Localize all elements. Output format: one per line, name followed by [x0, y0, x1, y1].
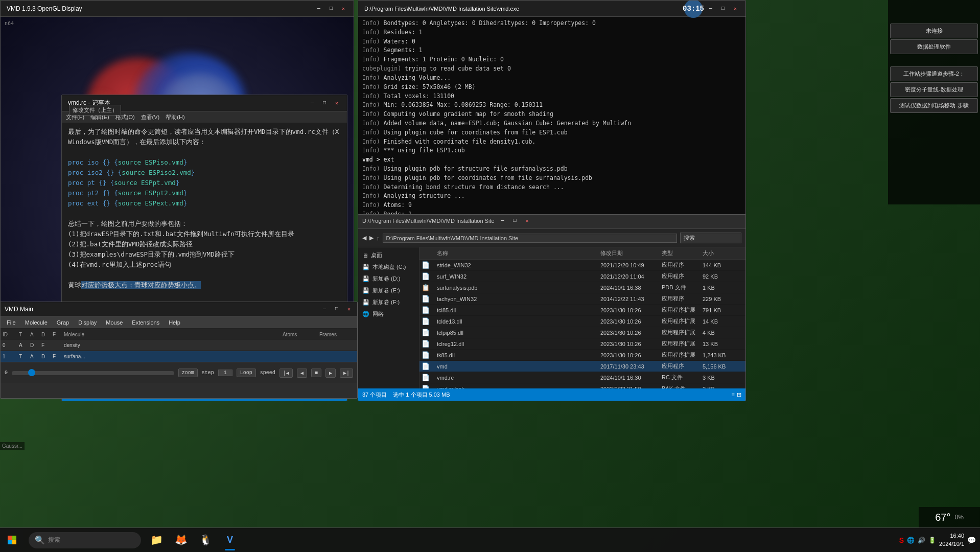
fm-maximize[interactable]: □ [511, 217, 519, 225]
taskbar-firefox[interactable]: 🦊 [170, 529, 192, 551]
menu-file[interactable]: File [3, 317, 20, 328]
file-row-vmdrcbak[interactable]: 📄vmd.rc.bak2023/9/23 21:50BAK 文件2 KB [419, 383, 745, 388]
taskbar-apps: 📁 🦊 🐧 V [145, 529, 895, 551]
vmd-main-close[interactable]: ✕ [345, 305, 353, 313]
prev-frame-btn[interactable]: |◀ [279, 369, 293, 378]
file-icon: 📄 [422, 374, 437, 381]
system-tray: S 🌐 🔊 🔋 16:40 2024/10/1 💬 [895, 532, 980, 548]
editor-line-11: (3)把examples\drawESP目录下的.vmd拖到VMD路径下 [68, 249, 341, 260]
menu-mouse[interactable]: Mouse [102, 317, 127, 328]
file-icon: 📄 [422, 362, 437, 370]
next-frame-btn[interactable]: ▶| [340, 369, 353, 378]
taskbar-app-3[interactable]: 🐧 [194, 529, 217, 551]
term-line-6: cubeplugin) trying to read cube data set… [362, 64, 741, 74]
fm-close[interactable]: ✕ [523, 217, 531, 225]
file-row-tclde13[interactable]: 📄tclde13.dll2023/1/30 10:26应用程序扩展14 KB [419, 316, 745, 327]
frame-display: 0 [5, 370, 8, 376]
file-row-tachyon[interactable]: 📄tachyon_WIN322014/12/22 11:43应用程序229 KB [419, 293, 745, 305]
file-row-tclpip[interactable]: 📄tclpip85.dll2023/1/30 10:26应用程序扩展4 KB [419, 327, 745, 338]
file-row-vmdrc[interactable]: 📄vmd.rc2024/10/1 16:30RC 文件3 KB [419, 372, 745, 383]
weather-unit: 0% [954, 514, 963, 521]
menu-view[interactable]: 查看(V) [141, 113, 160, 121]
taskbar-vmd[interactable]: V [219, 529, 241, 551]
nav-forward[interactable]: ▶ [369, 235, 374, 241]
play-back-btn[interactable]: ◀ [297, 369, 307, 378]
editor-close[interactable]: ✕ [333, 99, 341, 107]
sidebar-network[interactable]: 🌐 网络 [358, 308, 419, 320]
vmd-main-minimize[interactable]: — [320, 305, 329, 313]
term-line-19: Info) Analyzing structure ... [362, 192, 741, 201]
file-row-tclreg[interactable]: 📄tclreg12.dll2023/1/30 10:26应用程序扩展13 KB [419, 338, 745, 350]
tray-battery-icon[interactable]: 🔋 [928, 537, 936, 544]
file-row-stride[interactable]: 📄stride_WIN322021/12/20 10:49应用程序144 KB [419, 260, 745, 271]
toolbar-path[interactable]: D:\Program Files\Multiwfn\VMD\VMD Instal… [383, 234, 678, 243]
sidebar-btn-2[interactable]: 数据处理软件 [890, 39, 978, 54]
nav-back[interactable]: ◀ [362, 235, 366, 241]
toolbar-search[interactable]: 搜索 [680, 233, 741, 243]
play-fwd-btn[interactable]: ▶ [325, 369, 336, 378]
editor-minimize[interactable]: — [308, 99, 316, 107]
editor-maximize[interactable]: □ [320, 99, 329, 107]
step-input[interactable]: 1 [218, 370, 232, 376]
term-line-2: Info) Residues: 1 [362, 28, 741, 37]
term-line-8: Info) Grid size: 57x50x46 (2 MB) [362, 83, 741, 92]
file-main-area[interactable]: 名称 修改日期 类型 大小 📄stride_WIN322021/12/20 10… [419, 247, 745, 388]
menu-graphics[interactable]: Grap [53, 317, 73, 328]
clock-time: 16:40 [939, 532, 964, 540]
stop-btn[interactable]: ■ [311, 369, 321, 377]
loop-btn[interactable]: Loop [237, 369, 256, 377]
close-button[interactable]: ✕ [339, 5, 347, 13]
editor-line-1: 最后，为了绘图时敲的命令更简短，读者应当用文本编辑器打开VMD目录下的vmd.r… [68, 127, 341, 137]
view-list-icon[interactable]: ≡ [732, 392, 735, 398]
menu-display[interactable]: Display [74, 317, 101, 328]
zoom-btn[interactable]: zoom [178, 369, 198, 377]
mol-row-0[interactable]: 0 A D F density [1, 340, 357, 351]
menu-help[interactable]: 帮助(H) [166, 113, 184, 121]
file-row-tcl85[interactable]: 📄tcl85.dll2023/1/30 10:26应用程序扩展791 KB [419, 305, 745, 316]
start-button[interactable] [0, 528, 25, 553]
sidebar-e-drive[interactable]: 💾 新加卷 (E:) [358, 285, 419, 296]
sidebar-desktop[interactable]: 🖥 桌面 [358, 249, 419, 261]
fm-minimize[interactable]: — [499, 217, 507, 225]
menu-extensions[interactable]: Extensions [128, 317, 164, 328]
sidebar-f-drive[interactable]: 💾 新加卷 (F:) [358, 296, 419, 308]
sidebar-btn-1[interactable]: 未连接 [890, 24, 978, 38]
sidebar-btn-density[interactable]: 密度分子量线-数据处理 [890, 82, 978, 97]
vmd-main-maximize[interactable]: □ [333, 305, 341, 313]
file-table-header: 名称 修改日期 类型 大小 [419, 247, 745, 260]
view-grid-icon[interactable]: ⊞ [737, 392, 741, 398]
drive-f-icon: 💾 [362, 299, 369, 306]
drive-e-icon: 💾 [362, 287, 369, 294]
file-row-tk85[interactable]: 📄tk85.dll2023/1/30 10:26应用程序扩展1,243 KB [419, 350, 745, 361]
menu-molecule[interactable]: Molecule [21, 317, 52, 328]
mol-row-1[interactable]: 1 T A D F surfana... [1, 351, 357, 362]
terminal-title: D:\Program Files\Multiwfn\VMD\VMD Instal… [364, 6, 519, 12]
taskbar-file-explorer[interactable]: 📁 [145, 529, 168, 551]
timeline-thumb[interactable] [28, 369, 35, 376]
terminal-minimize[interactable]: — [707, 5, 715, 13]
file-row-surf[interactable]: 📄surf_WIN322021/12/20 11:04应用程序92 KB [419, 271, 745, 282]
nav-up[interactable]: ↑ [377, 235, 380, 241]
file-row-vmd[interactable]: 📄vmd2017/11/30 23:43应用程序5,156 KB [419, 361, 745, 372]
vmd-menu: File Molecule Grap Display Mouse Extensi… [1, 316, 357, 329]
notification-icon[interactable]: 💬 [967, 536, 976, 544]
terminal-maximize[interactable]: □ [719, 5, 727, 13]
tray-sound-icon[interactable]: 🔊 [918, 537, 925, 544]
vmd-playback: 0 zoom step 1 Loop speed |◀ ◀ ■ ▶ ▶| [1, 362, 357, 383]
terminal-content[interactable]: Info) Bondtypes: 0 Angletypes: 0 Dihedra… [358, 17, 745, 214]
sidebar-c-drive[interactable]: 💾 本地磁盘 (C:) [358, 261, 419, 273]
taskbar-search-box[interactable]: 🔍 搜索 [29, 532, 141, 548]
timeline[interactable] [12, 371, 174, 375]
sidebar-btn-test[interactable]: 测试仪数据到电场移动-步骤 [890, 98, 978, 113]
file-row-surfanalysis[interactable]: 📋surfanalysis.pdb2024/10/1 16:38PDB 文件1 … [419, 282, 745, 293]
sidebar-btn-workstation[interactable]: 工作站步骤通道步骤-2： [890, 66, 978, 81]
maximize-button[interactable]: □ [327, 5, 335, 13]
minimize-button[interactable]: — [315, 5, 323, 13]
tray-network-icon[interactable]: 🌐 [907, 537, 915, 544]
terminal-titlebar: D:\Program Files\Multiwfn\VMD\VMD Instal… [358, 1, 745, 17]
term-line-11: Info) Computing volume gradient map for … [362, 110, 741, 119]
taskbar-clock[interactable]: 16:40 2024/10/1 [939, 532, 964, 548]
menu-help[interactable]: Help [165, 317, 184, 328]
sidebar-d-drive[interactable]: 💾 新加卷 (D:) [358, 273, 419, 285]
terminal-close[interactable]: ✕ [731, 5, 739, 13]
